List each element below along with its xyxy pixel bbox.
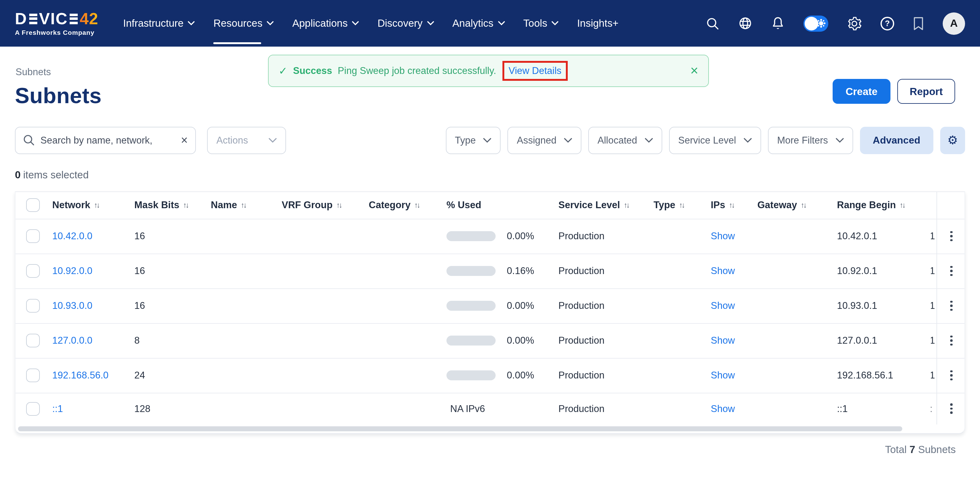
row-checkbox[interactable] [26,402,40,415]
sort-icon[interactable]: ↑↓ [624,201,628,209]
row-menu-kebab-icon[interactable] [948,401,955,416]
sort-icon[interactable]: ↑↓ [94,201,99,209]
clipped-column-sliver: 1 [931,323,937,358]
user-avatar[interactable]: A [943,12,965,35]
clipped-column-sliver: 1 [931,254,937,288]
filter-label: More Filters [777,135,828,146]
theme-toggle[interactable] [803,15,828,32]
sort-icon[interactable]: ↑↓ [801,201,806,209]
clear-search-icon[interactable]: × [181,134,188,146]
col-ips[interactable]: IPs↑↓ [705,200,752,211]
sort-icon[interactable]: ↑↓ [183,201,188,209]
scrollbar-thumb[interactable] [18,426,902,431]
notifications-bell-icon[interactable] [771,16,785,31]
toast-status: Success [293,65,332,76]
globe-icon[interactable] [738,16,752,30]
sort-icon[interactable]: ↑↓ [899,201,904,209]
row-checkbox[interactable] [26,369,40,382]
ips-show-link[interactable]: Show [711,265,735,276]
col-service-level[interactable]: Service Level↑↓ [553,200,648,211]
row-checkbox[interactable] [26,264,40,278]
row-menu-kebab-icon[interactable] [948,263,955,279]
network-link[interactable]: ::1 [52,403,63,414]
close-icon[interactable]: × [690,64,698,78]
nav-label: Discovery [377,17,423,29]
filter-more-filters[interactable]: More Filters [768,127,853,154]
col-used: % Used [441,200,553,211]
total-label: Total [885,444,907,455]
chevron-down-icon [483,138,491,143]
nav-item-resources[interactable]: Resources [213,0,274,47]
row-checkbox[interactable] [26,334,40,347]
bookmark-icon[interactable] [913,16,924,30]
ips-show-link[interactable]: Show [711,335,735,346]
nav-item-tools[interactable]: Tools [523,0,558,47]
filter-assigned[interactable]: Assigned [508,127,581,154]
nav-item-insights[interactable]: Insights+ [577,0,619,47]
create-button[interactable]: Create [833,79,891,104]
col-type[interactable]: Type↑↓ [648,200,705,211]
col-mask-bits[interactable]: Mask Bits↑↓ [129,200,205,211]
col-network[interactable]: Network↑↓ [47,200,129,211]
ips-show-link[interactable]: Show [711,403,735,414]
sort-icon[interactable]: ↑↓ [729,201,734,209]
subnets-table: Network↑↓ Mask Bits↑↓ Name↑↓ VRF Group↑↓… [15,191,965,433]
actions-dropdown[interactable]: Actions [207,127,286,154]
sort-icon[interactable]: ↑↓ [679,201,684,209]
row-checkbox[interactable] [26,299,40,312]
network-link[interactable]: 10.42.0.0 [52,231,92,241]
cell-service-level: Production [553,231,648,242]
select-all-checkbox[interactable] [26,198,40,212]
col-vrf-group[interactable]: VRF Group↑↓ [276,200,363,211]
col-label: Category [369,200,410,211]
nav-item-discovery[interactable]: Discovery [377,0,434,47]
view-details-link[interactable]: View Details [509,65,562,76]
nav-item-applications[interactable]: Applications [292,0,359,47]
help-icon[interactable]: ? [880,16,894,30]
col-category[interactable]: Category↑↓ [363,200,441,211]
filter-allocated[interactable]: Allocated [588,127,662,154]
row-checkbox[interactable] [26,229,40,243]
filter-type[interactable]: Type [445,127,501,154]
sort-icon[interactable]: ↑↓ [336,201,341,209]
sort-icon[interactable]: ↑↓ [241,201,246,209]
network-link[interactable]: 192.168.56.0 [52,370,108,380]
nav-item-infrastructure[interactable]: Infrastructure [123,0,195,47]
settings-gear-icon[interactable] [847,16,862,31]
ips-show-link[interactable]: Show [711,231,735,241]
actions-label: Actions [216,135,248,146]
network-link[interactable]: 127.0.0.0 [52,335,92,346]
network-link[interactable]: 10.93.0.0 [52,300,92,311]
ips-show-link[interactable]: Show [711,300,735,311]
search-icon[interactable] [706,16,719,30]
page-actions: Create Report [833,79,955,104]
network-link[interactable]: 10.92.0.0 [52,265,92,276]
col-gateway[interactable]: Gateway↑↓ [752,200,831,211]
col-range-begin[interactable]: Range Begin↑↓ [831,200,931,211]
advanced-button[interactable]: Advanced [860,127,933,154]
row-menu-kebab-icon[interactable] [948,333,955,348]
row-menu-kebab-icon[interactable] [948,229,955,244]
col-name[interactable]: Name↑↓ [205,200,276,211]
chevron-down-icon [644,138,652,143]
row-menu-kebab-icon[interactable] [948,368,955,383]
cell-range-begin: 10.42.0.1 [831,231,931,242]
cell-range-begin: 10.93.0.1 [831,300,931,311]
nav-item-analytics[interactable]: Analytics [452,0,504,47]
device42-logo[interactable]: D VIC 42 A Freshworks Company [15,11,107,36]
row-menu-kebab-icon[interactable] [948,298,955,314]
cell-network: 10.92.0.0 [47,265,129,277]
table-settings-gear-icon[interactable]: ⚙ [940,127,965,154]
report-button[interactable]: Report [897,79,955,104]
cell-ips: Show [705,335,752,346]
search-input[interactable]: Search by name, network, × [15,127,196,154]
col-label: IPs [711,200,725,211]
ips-show-link[interactable]: Show [711,370,735,380]
row-checkbox-cell [16,299,47,312]
table-total: Total 7 Subnets [0,444,980,455]
sort-icon[interactable]: ↑↓ [414,201,419,209]
filter-service-level[interactable]: Service Level [669,127,761,154]
cell-mask-bits: 16 [129,265,205,277]
filter-toolbar: Search by name, network, × Actions Type … [15,127,965,154]
cell-ips: Show [705,231,752,242]
